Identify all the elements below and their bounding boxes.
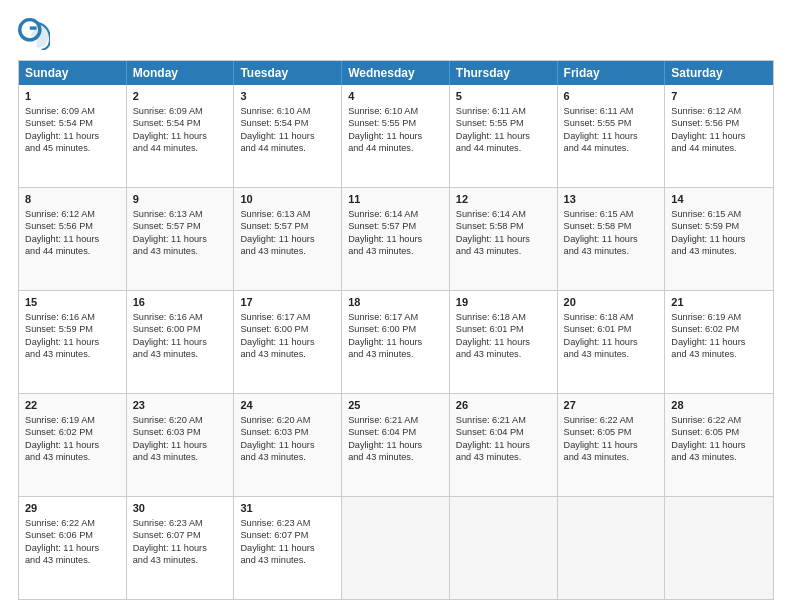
day-number: 26 [456,398,551,413]
day-number: 10 [240,192,335,207]
day-cell-16: 16Sunrise: 6:16 AM Sunset: 6:00 PM Dayli… [127,291,235,393]
day-cell-24: 24Sunrise: 6:20 AM Sunset: 6:03 PM Dayli… [234,394,342,496]
header-day-tuesday: Tuesday [234,61,342,85]
day-cell-27: 27Sunrise: 6:22 AM Sunset: 6:05 PM Dayli… [558,394,666,496]
day-cell-18: 18Sunrise: 6:17 AM Sunset: 6:00 PM Dayli… [342,291,450,393]
day-cell-23: 23Sunrise: 6:20 AM Sunset: 6:03 PM Dayli… [127,394,235,496]
day-number: 19 [456,295,551,310]
day-info: Sunrise: 6:18 AM Sunset: 6:01 PM Dayligh… [456,312,530,359]
day-number: 22 [25,398,120,413]
day-info: Sunrise: 6:19 AM Sunset: 6:02 PM Dayligh… [25,415,99,462]
day-info: Sunrise: 6:21 AM Sunset: 6:04 PM Dayligh… [348,415,422,462]
header-day-sunday: Sunday [19,61,127,85]
day-info: Sunrise: 6:21 AM Sunset: 6:04 PM Dayligh… [456,415,530,462]
day-cell-2: 2Sunrise: 6:09 AM Sunset: 5:54 PM Daylig… [127,85,235,187]
day-number: 4 [348,89,443,104]
empty-cell [558,497,666,599]
day-info: Sunrise: 6:16 AM Sunset: 5:59 PM Dayligh… [25,312,99,359]
day-number: 18 [348,295,443,310]
day-cell-6: 6Sunrise: 6:11 AM Sunset: 5:55 PM Daylig… [558,85,666,187]
day-number: 25 [348,398,443,413]
day-info: Sunrise: 6:18 AM Sunset: 6:01 PM Dayligh… [564,312,638,359]
day-number: 15 [25,295,120,310]
day-cell-15: 15Sunrise: 6:16 AM Sunset: 5:59 PM Dayli… [19,291,127,393]
day-cell-5: 5Sunrise: 6:11 AM Sunset: 5:55 PM Daylig… [450,85,558,187]
day-info: Sunrise: 6:09 AM Sunset: 5:54 PM Dayligh… [25,106,99,153]
empty-cell [450,497,558,599]
day-cell-8: 8Sunrise: 6:12 AM Sunset: 5:56 PM Daylig… [19,188,127,290]
day-info: Sunrise: 6:15 AM Sunset: 5:59 PM Dayligh… [671,209,745,256]
day-number: 27 [564,398,659,413]
day-number: 17 [240,295,335,310]
day-cell-14: 14Sunrise: 6:15 AM Sunset: 5:59 PM Dayli… [665,188,773,290]
day-number: 7 [671,89,767,104]
day-number: 28 [671,398,767,413]
day-number: 30 [133,501,228,516]
logo [18,18,56,50]
calendar-body: 1Sunrise: 6:09 AM Sunset: 5:54 PM Daylig… [19,85,773,599]
page: SundayMondayTuesdayWednesdayThursdayFrid… [0,0,792,612]
day-info: Sunrise: 6:13 AM Sunset: 5:57 PM Dayligh… [240,209,314,256]
day-cell-28: 28Sunrise: 6:22 AM Sunset: 6:05 PM Dayli… [665,394,773,496]
day-number: 5 [456,89,551,104]
day-info: Sunrise: 6:22 AM Sunset: 6:05 PM Dayligh… [564,415,638,462]
day-number: 29 [25,501,120,516]
day-info: Sunrise: 6:19 AM Sunset: 6:02 PM Dayligh… [671,312,745,359]
header-day-saturday: Saturday [665,61,773,85]
calendar: SundayMondayTuesdayWednesdayThursdayFrid… [18,60,774,600]
day-info: Sunrise: 6:10 AM Sunset: 5:55 PM Dayligh… [348,106,422,153]
day-info: Sunrise: 6:22 AM Sunset: 6:05 PM Dayligh… [671,415,745,462]
day-info: Sunrise: 6:14 AM Sunset: 5:58 PM Dayligh… [456,209,530,256]
calendar-row-1: 8Sunrise: 6:12 AM Sunset: 5:56 PM Daylig… [19,188,773,291]
header-day-monday: Monday [127,61,235,85]
day-cell-1: 1Sunrise: 6:09 AM Sunset: 5:54 PM Daylig… [19,85,127,187]
day-info: Sunrise: 6:09 AM Sunset: 5:54 PM Dayligh… [133,106,207,153]
day-number: 20 [564,295,659,310]
header-day-thursday: Thursday [450,61,558,85]
day-info: Sunrise: 6:15 AM Sunset: 5:58 PM Dayligh… [564,209,638,256]
day-number: 3 [240,89,335,104]
day-number: 31 [240,501,335,516]
day-info: Sunrise: 6:13 AM Sunset: 5:57 PM Dayligh… [133,209,207,256]
header-day-friday: Friday [558,61,666,85]
calendar-row-0: 1Sunrise: 6:09 AM Sunset: 5:54 PM Daylig… [19,85,773,188]
day-number: 12 [456,192,551,207]
day-number: 11 [348,192,443,207]
day-info: Sunrise: 6:23 AM Sunset: 6:07 PM Dayligh… [133,518,207,565]
day-cell-11: 11Sunrise: 6:14 AM Sunset: 5:57 PM Dayli… [342,188,450,290]
day-number: 16 [133,295,228,310]
day-number: 24 [240,398,335,413]
day-info: Sunrise: 6:12 AM Sunset: 5:56 PM Dayligh… [671,106,745,153]
calendar-header: SundayMondayTuesdayWednesdayThursdayFrid… [19,61,773,85]
day-cell-29: 29Sunrise: 6:22 AM Sunset: 6:06 PM Dayli… [19,497,127,599]
day-info: Sunrise: 6:14 AM Sunset: 5:57 PM Dayligh… [348,209,422,256]
day-cell-25: 25Sunrise: 6:21 AM Sunset: 6:04 PM Dayli… [342,394,450,496]
day-cell-19: 19Sunrise: 6:18 AM Sunset: 6:01 PM Dayli… [450,291,558,393]
day-cell-3: 3Sunrise: 6:10 AM Sunset: 5:54 PM Daylig… [234,85,342,187]
day-info: Sunrise: 6:17 AM Sunset: 6:00 PM Dayligh… [240,312,314,359]
day-cell-9: 9Sunrise: 6:13 AM Sunset: 5:57 PM Daylig… [127,188,235,290]
empty-cell [342,497,450,599]
day-number: 13 [564,192,659,207]
day-number: 2 [133,89,228,104]
day-number: 23 [133,398,228,413]
day-info: Sunrise: 6:12 AM Sunset: 5:56 PM Dayligh… [25,209,99,256]
day-cell-4: 4Sunrise: 6:10 AM Sunset: 5:55 PM Daylig… [342,85,450,187]
empty-cell [665,497,773,599]
logo-icon [18,18,50,50]
day-number: 9 [133,192,228,207]
day-cell-7: 7Sunrise: 6:12 AM Sunset: 5:56 PM Daylig… [665,85,773,187]
day-number: 1 [25,89,120,104]
day-number: 8 [25,192,120,207]
day-info: Sunrise: 6:22 AM Sunset: 6:06 PM Dayligh… [25,518,99,565]
day-cell-22: 22Sunrise: 6:19 AM Sunset: 6:02 PM Dayli… [19,394,127,496]
calendar-row-3: 22Sunrise: 6:19 AM Sunset: 6:02 PM Dayli… [19,394,773,497]
day-cell-30: 30Sunrise: 6:23 AM Sunset: 6:07 PM Dayli… [127,497,235,599]
day-number: 6 [564,89,659,104]
calendar-row-2: 15Sunrise: 6:16 AM Sunset: 5:59 PM Dayli… [19,291,773,394]
day-info: Sunrise: 6:11 AM Sunset: 5:55 PM Dayligh… [456,106,530,153]
day-info: Sunrise: 6:10 AM Sunset: 5:54 PM Dayligh… [240,106,314,153]
day-info: Sunrise: 6:11 AM Sunset: 5:55 PM Dayligh… [564,106,638,153]
day-info: Sunrise: 6:16 AM Sunset: 6:00 PM Dayligh… [133,312,207,359]
day-cell-31: 31Sunrise: 6:23 AM Sunset: 6:07 PM Dayli… [234,497,342,599]
